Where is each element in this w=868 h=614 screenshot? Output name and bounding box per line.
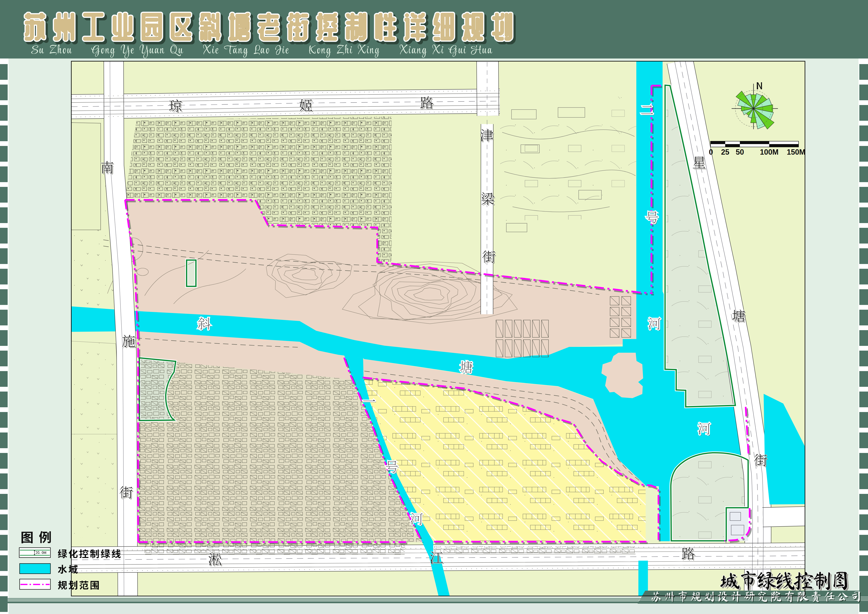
svg-text:0: 0	[709, 148, 713, 156]
svg-text:150M: 150M	[787, 148, 805, 156]
svg-text:50: 50	[736, 148, 744, 156]
svg-text:25: 25	[721, 148, 729, 156]
svg-text:100M: 100M	[760, 148, 778, 156]
